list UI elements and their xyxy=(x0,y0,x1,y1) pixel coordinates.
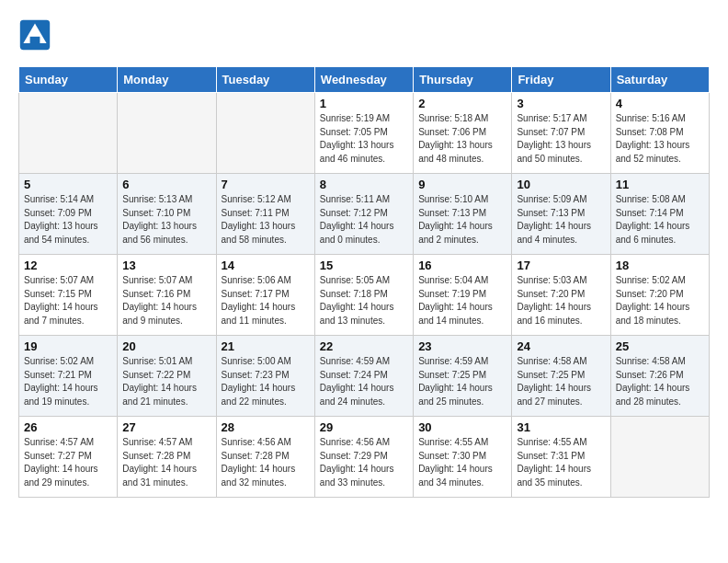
calendar-day-9: 9Sunrise: 5:10 AMSunset: 7:13 PMDaylight… xyxy=(414,174,512,255)
day-number: 1 xyxy=(320,97,408,110)
calendar-day-27: 27Sunrise: 4:57 AMSunset: 7:28 PMDayligh… xyxy=(118,417,216,498)
calendar-day-3: 3Sunrise: 5:17 AMSunset: 7:07 PMDaylight… xyxy=(512,93,610,174)
calendar-day-28: 28Sunrise: 4:56 AMSunset: 7:28 PMDayligh… xyxy=(216,417,314,498)
calendar-day-21: 21Sunrise: 5:00 AMSunset: 7:23 PMDayligh… xyxy=(216,336,314,417)
day-info: Sunrise: 5:05 AMSunset: 7:18 PMDaylight:… xyxy=(320,274,408,327)
calendar-day-14: 14Sunrise: 5:06 AMSunset: 7:17 PMDayligh… xyxy=(216,255,314,336)
day-info: Sunrise: 4:57 AMSunset: 7:27 PMDaylight:… xyxy=(24,436,112,489)
calendar-day-13: 13Sunrise: 5:07 AMSunset: 7:16 PMDayligh… xyxy=(118,255,216,336)
calendar-week-row: 12Sunrise: 5:07 AMSunset: 7:15 PMDayligh… xyxy=(19,255,710,336)
calendar-empty-cell xyxy=(19,93,118,174)
day-info: Sunrise: 5:02 AMSunset: 7:20 PMDaylight:… xyxy=(616,274,704,327)
day-info: Sunrise: 4:55 AMSunset: 7:31 PMDaylight:… xyxy=(517,436,605,489)
calendar-day-6: 6Sunrise: 5:13 AMSunset: 7:10 PMDaylight… xyxy=(118,174,216,255)
day-info: Sunrise: 5:02 AMSunset: 7:21 PMDaylight:… xyxy=(24,355,112,408)
day-number: 27 xyxy=(122,420,210,434)
day-number: 24 xyxy=(517,339,605,353)
day-number: 25 xyxy=(616,339,704,353)
calendar-day-5: 5Sunrise: 5:14 AMSunset: 7:09 PMDaylight… xyxy=(19,174,118,255)
day-number: 23 xyxy=(418,339,506,353)
day-number: 20 xyxy=(122,339,210,353)
day-number: 22 xyxy=(320,339,408,353)
weekday-header-thursday: Thursday xyxy=(414,67,512,93)
calendar-day-4: 4Sunrise: 5:16 AMSunset: 7:08 PMDaylight… xyxy=(610,93,709,174)
calendar-header-row: SundayMondayTuesdayWednesdayThursdayFrid… xyxy=(19,67,710,93)
calendar-empty-cell xyxy=(216,93,314,174)
calendar-week-row: 19Sunrise: 5:02 AMSunset: 7:21 PMDayligh… xyxy=(19,336,710,417)
calendar-day-1: 1Sunrise: 5:19 AMSunset: 7:05 PMDaylight… xyxy=(314,93,413,174)
weekday-header-sunday: Sunday xyxy=(19,67,118,93)
day-number: 9 xyxy=(418,178,506,191)
calendar-day-10: 10Sunrise: 5:09 AMSunset: 7:13 PMDayligh… xyxy=(512,174,610,255)
calendar-week-row: 5Sunrise: 5:14 AMSunset: 7:09 PMDaylight… xyxy=(19,174,710,255)
day-number: 11 xyxy=(616,178,704,191)
calendar-day-29: 29Sunrise: 4:56 AMSunset: 7:29 PMDayligh… xyxy=(314,417,413,498)
calendar-day-11: 11Sunrise: 5:08 AMSunset: 7:14 PMDayligh… xyxy=(610,174,709,255)
day-info: Sunrise: 4:56 AMSunset: 7:28 PMDaylight:… xyxy=(222,436,310,489)
day-number: 16 xyxy=(418,259,506,272)
day-info: Sunrise: 5:00 AMSunset: 7:23 PMDaylight:… xyxy=(222,355,310,408)
calendar-day-2: 2Sunrise: 5:18 AMSunset: 7:06 PMDaylight… xyxy=(414,93,512,174)
day-number: 6 xyxy=(122,178,210,191)
day-info: Sunrise: 5:07 AMSunset: 7:16 PMDaylight:… xyxy=(122,274,210,327)
day-number: 4 xyxy=(616,97,704,110)
calendar-day-31: 31Sunrise: 4:55 AMSunset: 7:31 PMDayligh… xyxy=(512,417,610,498)
day-info: Sunrise: 5:13 AMSunset: 7:10 PMDaylight:… xyxy=(122,193,210,247)
day-info: Sunrise: 4:57 AMSunset: 7:28 PMDaylight:… xyxy=(122,436,210,489)
weekday-header-monday: Monday xyxy=(118,67,216,93)
calendar-day-20: 20Sunrise: 5:01 AMSunset: 7:22 PMDayligh… xyxy=(118,336,216,417)
day-info: Sunrise: 5:04 AMSunset: 7:19 PMDaylight:… xyxy=(418,274,506,327)
calendar-day-7: 7Sunrise: 5:12 AMSunset: 7:11 PMDaylight… xyxy=(216,174,314,255)
day-info: Sunrise: 5:08 AMSunset: 7:14 PMDaylight:… xyxy=(616,193,704,247)
day-info: Sunrise: 4:56 AMSunset: 7:29 PMDaylight:… xyxy=(320,436,408,489)
day-info: Sunrise: 5:03 AMSunset: 7:20 PMDaylight:… xyxy=(517,274,605,327)
day-number: 31 xyxy=(517,420,605,434)
day-number: 3 xyxy=(517,97,605,110)
calendar-day-16: 16Sunrise: 5:04 AMSunset: 7:19 PMDayligh… xyxy=(414,255,512,336)
calendar-day-30: 30Sunrise: 4:55 AMSunset: 7:30 PMDayligh… xyxy=(414,417,512,498)
day-info: Sunrise: 4:58 AMSunset: 7:25 PMDaylight:… xyxy=(517,355,605,408)
calendar-empty-cell xyxy=(610,417,709,498)
day-info: Sunrise: 5:17 AMSunset: 7:07 PMDaylight:… xyxy=(517,112,605,166)
logo-icon xyxy=(18,18,51,52)
day-info: Sunrise: 5:09 AMSunset: 7:13 PMDaylight:… xyxy=(517,193,605,247)
day-number: 12 xyxy=(24,259,112,272)
calendar-week-row: 1Sunrise: 5:19 AMSunset: 7:05 PMDaylight… xyxy=(19,93,710,174)
calendar-day-23: 23Sunrise: 4:59 AMSunset: 7:25 PMDayligh… xyxy=(414,336,512,417)
calendar-day-24: 24Sunrise: 4:58 AMSunset: 7:25 PMDayligh… xyxy=(512,336,610,417)
page-header xyxy=(18,18,710,52)
weekday-header-wednesday: Wednesday xyxy=(314,67,413,93)
day-number: 10 xyxy=(517,178,605,191)
day-info: Sunrise: 4:55 AMSunset: 7:30 PMDaylight:… xyxy=(418,436,506,489)
svg-rect-2 xyxy=(30,37,40,43)
day-info: Sunrise: 5:19 AMSunset: 7:05 PMDaylight:… xyxy=(320,112,408,166)
day-info: Sunrise: 5:14 AMSunset: 7:09 PMDaylight:… xyxy=(24,193,112,247)
day-number: 17 xyxy=(517,259,605,272)
calendar-table: SundayMondayTuesdayWednesdayThursdayFrid… xyxy=(18,66,710,498)
weekday-header-friday: Friday xyxy=(512,67,610,93)
day-info: Sunrise: 5:07 AMSunset: 7:15 PMDaylight:… xyxy=(24,274,112,327)
day-number: 7 xyxy=(222,178,310,191)
calendar-day-8: 8Sunrise: 5:11 AMSunset: 7:12 PMDaylight… xyxy=(314,174,413,255)
day-number: 8 xyxy=(320,178,408,191)
day-info: Sunrise: 5:01 AMSunset: 7:22 PMDaylight:… xyxy=(122,355,210,408)
calendar-day-22: 22Sunrise: 4:59 AMSunset: 7:24 PMDayligh… xyxy=(314,336,413,417)
day-info: Sunrise: 5:16 AMSunset: 7:08 PMDaylight:… xyxy=(616,112,704,166)
calendar-day-19: 19Sunrise: 5:02 AMSunset: 7:21 PMDayligh… xyxy=(19,336,118,417)
weekday-header-tuesday: Tuesday xyxy=(216,67,314,93)
day-number: 15 xyxy=(320,259,408,272)
weekday-header-saturday: Saturday xyxy=(610,67,709,93)
day-number: 14 xyxy=(222,259,310,272)
day-info: Sunrise: 5:18 AMSunset: 7:06 PMDaylight:… xyxy=(418,112,506,166)
calendar-day-26: 26Sunrise: 4:57 AMSunset: 7:27 PMDayligh… xyxy=(19,417,118,498)
day-number: 29 xyxy=(320,420,408,434)
calendar-week-row: 26Sunrise: 4:57 AMSunset: 7:27 PMDayligh… xyxy=(19,417,710,498)
day-number: 19 xyxy=(24,339,112,353)
day-info: Sunrise: 4:59 AMSunset: 7:25 PMDaylight:… xyxy=(418,355,506,408)
day-info: Sunrise: 5:12 AMSunset: 7:11 PMDaylight:… xyxy=(222,193,310,247)
logo xyxy=(18,18,55,52)
calendar-day-25: 25Sunrise: 4:58 AMSunset: 7:26 PMDayligh… xyxy=(610,336,709,417)
calendar-day-17: 17Sunrise: 5:03 AMSunset: 7:20 PMDayligh… xyxy=(512,255,610,336)
day-number: 13 xyxy=(122,259,210,272)
day-number: 28 xyxy=(222,420,310,434)
